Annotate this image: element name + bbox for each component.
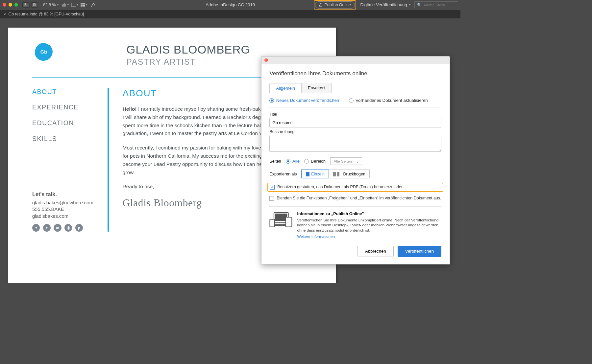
page-range-dropdown[interactable]: Alle Seiten xyxy=(330,157,362,165)
segment-spread[interactable]: Druckbogen xyxy=(329,170,370,178)
radio-pages-all[interactable]: Alle xyxy=(286,159,300,164)
dialog-titlebar[interactable] xyxy=(261,57,450,64)
contact-site: gladisbakes.com xyxy=(32,214,94,219)
title-input[interactable] xyxy=(269,118,441,127)
radio-all-label: Alle xyxy=(292,159,300,164)
svg-rect-0 xyxy=(62,5,63,7)
description-label: Beschreibung xyxy=(269,129,441,134)
linkedin-icon: in xyxy=(54,224,61,232)
tab-advanced[interactable]: Erweitert xyxy=(301,83,332,93)
zoom-value: 82,8 % xyxy=(43,3,56,7)
search-icon: 🔍 xyxy=(417,3,422,7)
publish-online-dialog: Veröffentlichen Ihres Dokuments online A… xyxy=(261,56,450,264)
checkbox-hide[interactable] xyxy=(269,196,274,201)
minimize-window-icon[interactable] xyxy=(9,3,12,7)
devices-icon xyxy=(269,212,292,231)
cancel-button[interactable]: Abbrechen xyxy=(358,246,394,257)
dialog-close-icon[interactable] xyxy=(264,58,268,62)
publish-online-button[interactable]: Publish Online xyxy=(315,1,355,9)
description-input[interactable] xyxy=(269,136,441,152)
spread-icon xyxy=(333,172,336,176)
share-icon xyxy=(319,3,323,7)
gpu-icon[interactable] xyxy=(90,2,96,8)
social-icons: f t in ◎ p xyxy=(32,224,94,232)
publish-online-highlight: Publish Online xyxy=(314,0,356,10)
sidebar-item-education: EDUCATION xyxy=(32,119,94,127)
title-label: Titel xyxy=(269,112,441,117)
resume-name: GLADIS BLOOMBERG xyxy=(126,43,250,56)
svg-rect-6 xyxy=(81,3,83,5)
contact-phone: 555.555.BAKE xyxy=(32,207,94,212)
contact-email: gladis.bakes@nowhere.com xyxy=(32,200,94,205)
checkbox-hide-row: Blenden Sie die Funktionen „Freigeben" u… xyxy=(269,196,441,201)
svg-rect-7 xyxy=(83,3,85,5)
radio-icon xyxy=(269,98,274,103)
svg-rect-14 xyxy=(286,217,292,227)
dialog-heading: Veröffentlichen Ihres Dokuments online xyxy=(269,70,441,77)
document-tab-strip: × Gb resume.indd @ 83 % [GPU-Vorschau] xyxy=(0,10,460,18)
stock-button[interactable]: St xyxy=(31,2,38,8)
radio-icon xyxy=(349,98,354,103)
zoom-level[interactable]: 82,8 % ▾ xyxy=(43,3,59,7)
svg-rect-13 xyxy=(270,219,275,227)
bridge-button[interactable]: Br xyxy=(22,2,29,8)
instagram-icon: ◎ xyxy=(64,224,72,232)
document-tab[interactable]: Gb resume.indd @ 83 % [GPU-Vorschau] xyxy=(8,12,84,16)
close-window-icon[interactable] xyxy=(3,3,6,7)
sidebar-item-about: ABOUT xyxy=(32,88,94,96)
pages-label: Seiten xyxy=(269,159,281,164)
arrange-icon[interactable]: ▾ xyxy=(81,2,87,8)
facebook-icon: f xyxy=(32,224,40,232)
checkbox-hide-label: Blenden Sie die Funktionen „Freigeben" u… xyxy=(277,196,441,200)
checkbox-pdf[interactable]: ✓ xyxy=(270,185,275,190)
workspace-label: Digitale Veröffentlichung xyxy=(360,2,407,7)
checkbox-pdf-label: Benutzern gestatten, das Dokument als PD… xyxy=(277,185,404,189)
app-title: Adobe InDesign CC 2019 xyxy=(206,2,255,7)
publish-button[interactable]: Veröffentlichen xyxy=(398,246,441,257)
window-controls xyxy=(3,3,18,7)
dialog-tabs: Allgemein Erweitert xyxy=(269,83,441,93)
export-segment: Einzeln Druckbogen xyxy=(301,170,370,178)
tab-general[interactable]: Allgemein xyxy=(269,83,301,93)
svg-rect-1 xyxy=(63,4,64,7)
single-page-icon xyxy=(306,172,309,176)
twitter-icon: t xyxy=(43,224,51,232)
sidebar-item-experience: EXPERIENCE xyxy=(32,103,94,111)
sidebar-item-skills: SKILLS xyxy=(32,135,94,143)
segment-single[interactable]: Einzeln xyxy=(301,170,329,178)
adobe-stock-search[interactable]: 🔍 Adobe Stock xyxy=(414,1,458,8)
svg-rect-2 xyxy=(64,3,65,7)
contact-heading: Let's talk. xyxy=(32,191,94,197)
resume-subtitle: PASTRY ARTIST xyxy=(126,57,250,67)
hello-bold: Hello! xyxy=(123,106,137,112)
radio-update-document[interactable]: Vorhandenes Dokument aktualisieren xyxy=(349,98,428,103)
radio-pages-range[interactable]: Bereich xyxy=(304,159,326,164)
workspace-switcher[interactable]: Digitale Veröffentlichung ▾ xyxy=(360,2,410,7)
view-options-icon[interactable]: ▾ xyxy=(62,2,69,8)
app-bar: Br St 82,8 % ▾ ▾ ▾ ▾ Adobe InDesign CC 2… xyxy=(0,0,460,10)
info-text: Veröffentlichen Sie Ihre Dokumente unkom… xyxy=(297,217,441,233)
screen-mode-icon[interactable]: ▾ xyxy=(71,2,78,8)
info-link[interactable]: Weitere Informationen xyxy=(297,234,334,239)
vertical-rule xyxy=(108,88,109,232)
close-tab-icon[interactable]: × xyxy=(4,12,6,16)
info-heading: Informationen zu „Publish Online" xyxy=(297,212,441,216)
maximize-window-icon[interactable] xyxy=(14,3,18,7)
radio-icon xyxy=(286,159,290,164)
pinterest-icon: p xyxy=(75,224,83,232)
radio-range-label: Bereich xyxy=(311,159,326,164)
stock-placeholder: Adobe Stock xyxy=(423,3,445,7)
chevron-down-icon: ▾ xyxy=(57,3,59,6)
radio-new-label: Neues Dokument veröffentlichen xyxy=(276,98,339,103)
seg-single-label: Einzeln xyxy=(311,172,325,176)
radio-new-document[interactable]: Neues Dokument veröffentlichen xyxy=(269,98,339,103)
svg-rect-3 xyxy=(65,4,66,7)
resume-sidebar: ABOUT EXPERIENCE EDUCATION SKILLS Let's … xyxy=(32,88,94,232)
radio-update-label: Vorhandenes Dokument aktualisieren xyxy=(356,98,428,103)
spread-icon xyxy=(337,172,339,176)
checkbox-pdf-highlight: ✓ Benutzern gestatten, das Dokument als … xyxy=(267,183,443,192)
seg-spread-label: Druckbogen xyxy=(343,172,365,176)
export-as-label: Exportieren als xyxy=(269,172,297,176)
resume-logo: Gb xyxy=(35,43,53,61)
svg-rect-8 xyxy=(81,5,83,7)
